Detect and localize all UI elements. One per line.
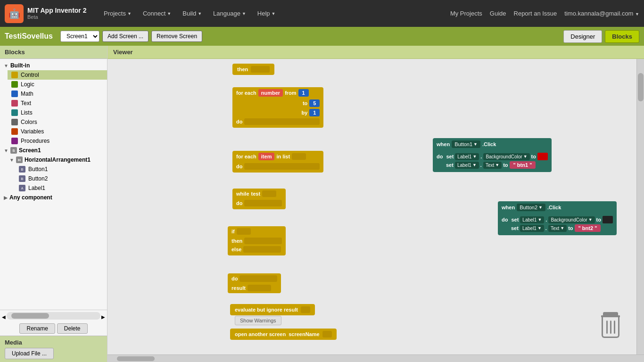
for-each-item-block[interactable]: for each item in list do bbox=[232, 151, 323, 173]
horizontal-arr-section[interactable]: ▼ H HorizontalArrangement1 bbox=[8, 155, 107, 165]
media-section: Media Upload File ... bbox=[0, 336, 107, 362]
nav-my-projects[interactable]: My Projects bbox=[450, 10, 482, 17]
upload-file-button[interactable]: Upload File ... bbox=[5, 348, 54, 359]
to-value-5: 5 bbox=[309, 99, 320, 107]
trash-icon[interactable] bbox=[599, 312, 622, 340]
do-slot-2 bbox=[244, 163, 320, 170]
label1-badge-3: Label1▼ bbox=[520, 216, 544, 223]
any-component-section[interactable]: ▶ Any component bbox=[0, 193, 107, 202]
builtin-children: Control Logic Math Text Lists bbox=[0, 70, 107, 146]
tree-item-procedures[interactable]: Procedures bbox=[8, 136, 107, 146]
scroll-right-btn[interactable]: ▶ bbox=[101, 314, 105, 320]
if-slot bbox=[237, 228, 251, 235]
screen-selector[interactable]: Screen1 bbox=[60, 31, 99, 42]
evaluate-slot bbox=[301, 306, 310, 313]
top-navbar: 🤖 MIT App Inventor 2 Beta Projects ▼ Con… bbox=[0, 0, 644, 27]
chevron-down-icon: ▼ bbox=[127, 11, 132, 16]
tree-item-variables[interactable]: Variables bbox=[8, 127, 107, 136]
nav-connect[interactable]: Connect ▼ bbox=[138, 7, 176, 20]
left-button-row: Rename Delete bbox=[2, 323, 105, 334]
tree-item-label1[interactable]: A Label1 bbox=[15, 183, 107, 193]
scroll-left-btn[interactable]: ◀ bbox=[2, 314, 6, 320]
nav-projects[interactable]: Projects ▼ bbox=[99, 7, 136, 20]
chevron-down-icon: ▼ bbox=[198, 11, 202, 16]
label1-badge-4: Label1▼ bbox=[520, 225, 544, 232]
then-label: then bbox=[237, 66, 248, 72]
then-block[interactable]: then bbox=[232, 64, 274, 75]
chevron-down-icon: ▼ bbox=[272, 11, 276, 16]
item-var-badge: item bbox=[258, 153, 275, 160]
btn1-comp-badge: Button1▼ bbox=[452, 140, 480, 148]
math-color-icon bbox=[11, 90, 18, 97]
tree-item-lists[interactable]: Lists bbox=[8, 108, 107, 117]
show-warnings-btn[interactable]: Show Warnings bbox=[235, 316, 281, 325]
procedures-color-icon bbox=[11, 138, 18, 144]
add-screen-button[interactable]: Add Screen ... bbox=[102, 31, 149, 42]
for-each-number-block[interactable]: for each number from 1 to 5 by 1 do bbox=[232, 87, 323, 128]
btn2-comp-badge: Button2▼ bbox=[517, 204, 545, 211]
horizontal-scrollbar-viewer[interactable] bbox=[107, 354, 644, 362]
beta-label: Beta bbox=[27, 14, 86, 20]
colors-color-icon bbox=[11, 119, 18, 125]
logo-area: 🤖 MIT App Inventor 2 Beta bbox=[5, 4, 99, 23]
nav-menus: Projects ▼ Connect ▼ Build ▼ Language ▼ … bbox=[99, 7, 450, 20]
blocks-canvas[interactable]: then for each number from 1 to 5 bbox=[107, 59, 636, 354]
arrangement-icon: H bbox=[16, 156, 23, 163]
button2-event-block[interactable]: when Button2▼ .Click do set Label1▼ . Ba… bbox=[498, 201, 617, 235]
button1-icon: B bbox=[19, 166, 25, 173]
open-screen-block[interactable]: open another screen screenName bbox=[230, 329, 337, 340]
open-screen-label: open another screen bbox=[235, 331, 286, 337]
nav-report-issue[interactable]: Report an Issue bbox=[514, 10, 557, 17]
blocks-section-label: Blocks bbox=[0, 46, 107, 59]
screen1-section[interactable]: ▼ S Screen1 bbox=[0, 146, 107, 155]
horizontal-scrollbar[interactable] bbox=[7, 312, 100, 320]
tree-item-logic[interactable]: Logic bbox=[8, 80, 107, 89]
tree-item-button2[interactable]: B Button2 bbox=[15, 174, 107, 183]
tree-item-control[interactable]: Control bbox=[8, 70, 107, 80]
nav-help[interactable]: Help ▼ bbox=[253, 7, 281, 20]
tree-item-math[interactable]: Math bbox=[8, 89, 107, 99]
color-red-badge bbox=[537, 153, 548, 160]
designer-button[interactable]: Designer bbox=[563, 30, 602, 43]
builtin-section[interactable]: ▼ Built-in bbox=[0, 61, 107, 70]
nav-guide[interactable]: Guide bbox=[490, 10, 506, 17]
button1-event-block[interactable]: when Button1▼ .Click do set Label1▼ . Ba… bbox=[433, 138, 552, 172]
from-value-1: 1 bbox=[298, 89, 309, 97]
logic-color-icon bbox=[11, 81, 18, 88]
nav-language[interactable]: Language ▼ bbox=[208, 7, 251, 20]
vertical-scrollbar[interactable] bbox=[636, 59, 644, 354]
screen1-children: ▼ H HorizontalArrangement1 B Button1 B B… bbox=[0, 155, 107, 193]
blocks-button[interactable]: Blocks bbox=[605, 30, 639, 43]
btn2-text-val: " bnt2 " bbox=[575, 224, 601, 232]
delete-button[interactable]: Delete bbox=[57, 323, 88, 334]
while-block[interactable]: while test do bbox=[232, 189, 286, 209]
viewer-content[interactable]: then for each number from 1 to 5 bbox=[107, 59, 644, 354]
tree-item-colors[interactable]: Colors bbox=[8, 117, 107, 127]
tree-item-button1[interactable]: B Button1 bbox=[15, 165, 107, 174]
nav-right: My Projects Guide Report an Issue timo.k… bbox=[450, 10, 639, 17]
viewer-label: Viewer bbox=[107, 46, 644, 59]
app-name: TestiSovellus bbox=[5, 32, 53, 41]
screen-name-slot bbox=[322, 331, 332, 337]
nav-user-email[interactable]: timo.kannala@gmail.com ▼ bbox=[564, 10, 639, 17]
rename-button[interactable]: Rename bbox=[19, 323, 55, 334]
screen-name-label: screenName bbox=[289, 331, 319, 337]
text-color-icon bbox=[11, 100, 18, 107]
nav-build[interactable]: Build ▼ bbox=[178, 7, 206, 20]
screen-icon: S bbox=[10, 147, 17, 154]
then-slot bbox=[251, 66, 270, 73]
scrollbar-thumb bbox=[11, 313, 49, 319]
blocks-tree: ▼ Built-in Control Logic Math T bbox=[0, 59, 107, 310]
remove-screen-button[interactable]: Remove Screen bbox=[151, 31, 202, 42]
list-slot bbox=[292, 153, 306, 160]
while-do-slot bbox=[244, 200, 282, 206]
evaluate-label: evaluate but ignore result bbox=[235, 307, 298, 313]
evaluate-block[interactable]: evaluate but ignore result bbox=[230, 304, 315, 315]
bgcolor-prop-1: BackgroundColor▼ bbox=[483, 153, 529, 160]
do-result-block[interactable]: do result bbox=[228, 273, 281, 293]
if-block[interactable]: if then else bbox=[228, 226, 286, 255]
control-color-icon bbox=[11, 72, 18, 78]
bgcolor-prop-2: BackgroundColor▼ bbox=[548, 216, 594, 223]
if-then-slot bbox=[244, 238, 282, 244]
tree-item-text[interactable]: Text bbox=[8, 99, 107, 108]
